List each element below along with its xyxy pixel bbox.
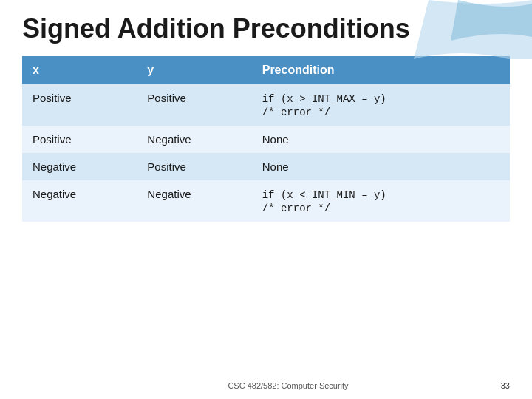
cell-precondition-4: if (x < INT_MIN – y) /* error */	[252, 180, 510, 222]
col-header-x: x	[22, 56, 137, 84]
cell-y-3: Positive	[137, 153, 251, 180]
cell-x-1: Positive	[22, 84, 137, 126]
footer-course-label: CSC 482/582: Computer Security	[44, 381, 532, 390]
cell-x-2: Positive	[22, 126, 137, 153]
precondition-line2-row4: /* error */	[262, 202, 330, 214]
table-row: Positive Negative None	[22, 126, 510, 153]
precondition-line1-row1: if (x > INT_MAX – y)	[262, 93, 386, 105]
precondition-line1-row4: if (x < INT_MIN – y)	[262, 189, 386, 201]
table-row: Positive Positive if (x > INT_MAX – y) /…	[22, 84, 510, 126]
precondition-line2-row1: /* error */	[262, 106, 330, 118]
cell-x-4: Negative	[22, 180, 137, 222]
cell-precondition-1: if (x > INT_MAX – y) /* error */	[252, 84, 510, 126]
cell-y-2: Negative	[137, 126, 251, 153]
cell-precondition-3: None	[252, 153, 510, 180]
main-table-container: x y Precondition Positive Positive if (x…	[22, 56, 510, 222]
footer-page-number: 33	[501, 381, 510, 390]
page-footer: CSC 482/582: Computer Security 33	[0, 381, 532, 390]
table-row: Negative Negative if (x < INT_MIN – y) /…	[22, 180, 510, 222]
cell-precondition-2: None	[252, 126, 510, 153]
table-row: Negative Positive None	[22, 153, 510, 180]
cell-y-4: Negative	[137, 180, 251, 222]
preconditions-table: x y Precondition Positive Positive if (x…	[22, 56, 510, 222]
cell-x-3: Negative	[22, 153, 137, 180]
col-header-y: y	[137, 56, 251, 84]
col-header-precondition: Precondition	[252, 56, 510, 84]
page-title: Signed Addition Preconditions	[0, 0, 532, 56]
cell-y-1: Positive	[137, 84, 251, 126]
table-header-row: x y Precondition	[22, 56, 510, 84]
